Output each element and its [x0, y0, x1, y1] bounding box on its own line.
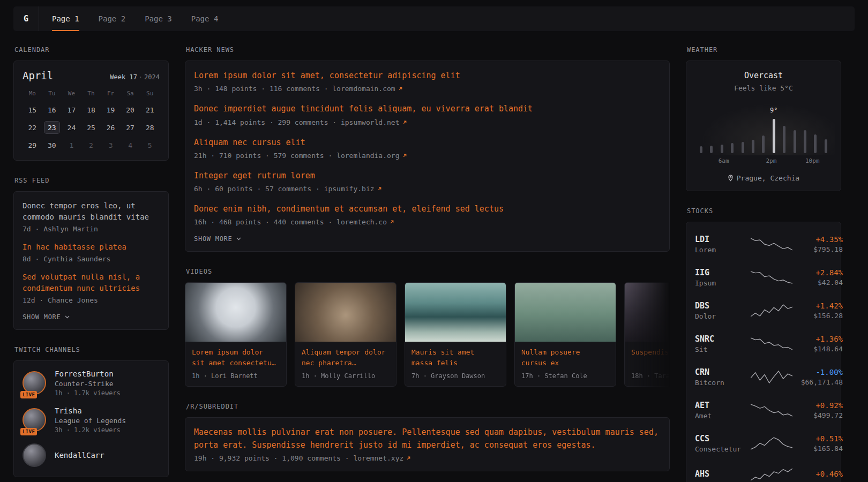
dashboard-grid: CALENDAR April Week 17·2024 Mo Tu We [0, 31, 868, 482]
tab-page-3[interactable]: Page 3 [145, 6, 172, 31]
chevron-down-icon [236, 237, 241, 240]
stock-symbol: IIG [695, 268, 745, 277]
calendar-grid: Mo Tu We Th Fr Sa Su 15 [23, 90, 160, 152]
page-tabs: Page 1 Page 2 Page 3 Page 4 [39, 6, 231, 31]
video-meta: 1h · Lori Barnett [192, 372, 280, 380]
hn-item-title[interactable]: Donec imperdiet augue tincidunt felis al… [194, 103, 661, 115]
hn-item-title[interactable]: Donec enim nibh, condimentum et accumsan… [194, 203, 661, 215]
video-meta: 17h · Stefan Cole [521, 372, 609, 380]
video-thumbnail[interactable] [185, 283, 286, 342]
stock-row[interactable]: CCS Consectetur +0.51% $165.84 [695, 427, 832, 460]
video-title[interactable]: Lorem ipsum dolor sit amet consectetu… [192, 347, 280, 368]
stock-id: IIG Ipsum [695, 268, 745, 287]
section-title-videos: VIDEOS [186, 268, 670, 275]
hn-item: Integer eget rutrum lorem 6h · 60 points… [194, 170, 661, 193]
hn-item-title[interactable]: Lorem ipsum dolor sit amet, consectetur … [194, 70, 661, 82]
stock-price: $795.18 [798, 245, 843, 253]
subreddit-post-meta-text: 19h · 9,932 points · 1,090 comments · lo… [194, 454, 403, 462]
tab-page-1[interactable]: Page 1 [52, 6, 79, 31]
video-title[interactable]: Suspendisse diam [631, 347, 670, 368]
weather-location-text: Prague, Czechia [737, 174, 799, 182]
stock-row[interactable]: SNRC Sit +1.36% $148.64 [695, 327, 832, 360]
stock-sparkline [751, 467, 792, 482]
video-card[interactable]: Lorem ipsum dolor sit amet consectetu… 1… [185, 282, 287, 387]
calendar-card: April Week 17·2024 Mo Tu We Th Fr [13, 61, 169, 161]
hn-item-meta: 6h · 60 points · 57 comments · ipsumify.… [194, 185, 661, 193]
stock-row[interactable]: AET Amet +0.92% $499.72 [695, 394, 832, 427]
hacker-news-card: Lorem ipsum dolor sit amet, consectetur … [185, 61, 670, 252]
weather-peak-temp: 9° [770, 107, 777, 114]
stock-price: $148.64 [798, 345, 843, 353]
video-title[interactable]: Aliquam tempor dolor nec pharetra… [302, 347, 390, 368]
stock-symbol: CCS [695, 434, 745, 443]
show-more-label: SHOW MORE [194, 235, 233, 243]
video-thumbnail[interactable] [295, 283, 396, 342]
weather-bar [813, 134, 817, 153]
calendar-day: 26 [103, 121, 119, 134]
stock-row[interactable]: LDI Lorem +4.35% $795.18 [695, 228, 832, 261]
app-logo[interactable]: G [13, 6, 39, 31]
stock-row[interactable]: CRN Bitcorn -1.00% $66,171.48 [695, 360, 832, 394]
tab-page-4[interactable]: Page 4 [191, 6, 219, 31]
weather-bar [751, 140, 755, 153]
video-thumbnail[interactable] [405, 283, 506, 342]
location-pin-icon [728, 175, 734, 182]
hn-item: Aliquam nec cursus elit 21h · 710 points… [194, 137, 661, 160]
video-card[interactable]: Aliquam tempor dolor nec pharetra… 1h · … [295, 282, 396, 387]
weather-condition: Overcast [695, 71, 832, 80]
rss-item-title[interactable]: Sed volutpat nulla nisl, a condimentum n… [23, 272, 160, 294]
stock-row[interactable]: DBS Dolor +1.42% $156.28 [695, 294, 832, 327]
stock-row[interactable]: AHS +0.46% [695, 460, 832, 482]
twitch-channel[interactable]: LIVE Trisha League of Legends 3h · 1.2k … [23, 406, 160, 434]
video-card[interactable]: Nullam posuere cursus ex 17h · Stefan Co… [514, 282, 616, 387]
video-thumbnail[interactable] [625, 283, 670, 342]
video-title[interactable]: Mauris sit amet massa felis [411, 347, 499, 368]
video-meta: 1h · Molly Carrillo [302, 372, 390, 380]
stock-sparkline [751, 403, 792, 418]
video-title[interactable]: Nullam posuere cursus ex [521, 347, 609, 368]
calendar-day: 3 [103, 139, 119, 152]
hn-show-more-button[interactable]: SHOW MORE [194, 235, 661, 243]
stock-id: DBS Dolor [695, 301, 745, 320]
calendar-widget: CALENDAR April Week 17·2024 Mo Tu We [13, 46, 169, 161]
video-thumbnail[interactable] [515, 283, 616, 342]
stock-id: CRN Bitcorn [695, 367, 745, 387]
weather-bar [730, 143, 734, 153]
video-body: Nullam posuere cursus ex 17h · Stefan Co… [515, 342, 616, 386]
stock-price: $66,171.48 [798, 378, 843, 386]
stock-values: +1.36% $148.64 [798, 335, 843, 353]
section-title-calendar: CALENDAR [14, 46, 169, 54]
calendar-day: 16 [44, 103, 60, 116]
avatar-wrap: LIVE [23, 443, 47, 468]
stock-values: +4.35% $795.18 [798, 235, 843, 253]
calendar-day: 30 [44, 139, 60, 152]
video-card[interactable]: Mauris sit amet massa felis 7h · Grayson… [405, 282, 506, 387]
section-title-weather: WEATHER [687, 46, 841, 54]
subreddit-post-title[interactable]: Maecenas mollis pulvinar erat non posuer… [194, 426, 661, 451]
tab-page-2[interactable]: Page 2 [99, 6, 126, 31]
weather-time-label: 10pm [805, 157, 820, 164]
hn-item: Lorem ipsum dolor sit amet, consectetur … [194, 70, 661, 93]
twitch-channel[interactable]: LIVE KendallCarr [23, 443, 160, 468]
stock-name: Ipsum [695, 279, 745, 287]
calendar-day-of-week: We [62, 90, 81, 99]
show-more-label: SHOW MORE [23, 313, 61, 321]
rss-show-more-button[interactable]: SHOW MORE [23, 313, 160, 321]
rss-item-title[interactable]: Donec tempor eros leo, ut commodo mauris… [23, 200, 160, 223]
hn-item-title[interactable]: Integer eget rutrum lorem [194, 170, 661, 182]
rss-item-title[interactable]: In hac habitasse platea [23, 242, 160, 253]
top-bar: G Page 1 Page 2 Page 3 Page 4 [13, 6, 855, 31]
video-card[interactable]: Suspendisse diam 18h · Tara [624, 282, 670, 387]
stock-id: SNRC Sit [695, 334, 745, 353]
stock-sparkline [751, 303, 792, 318]
twitch-channel[interactable]: LIVE ForrestBurton Counter-Strike 1h · 1… [23, 370, 160, 397]
stock-price: $499.72 [798, 411, 843, 419]
channel-name: KendallCarr [55, 451, 104, 460]
subreddit-post: Maecenas mollis pulvinar erat non posuer… [194, 426, 661, 462]
avatar-wrap: LIVE [23, 408, 47, 433]
calendar-day: 28 [142, 121, 158, 134]
hn-item-title[interactable]: Aliquam nec cursus elit [194, 137, 661, 149]
rss-item-meta: 8d · Cynthia Saunders [23, 255, 160, 263]
stock-row[interactable]: IIG Ipsum +2.84% $42.04 [695, 261, 832, 294]
stock-symbol: SNRC [695, 334, 745, 344]
